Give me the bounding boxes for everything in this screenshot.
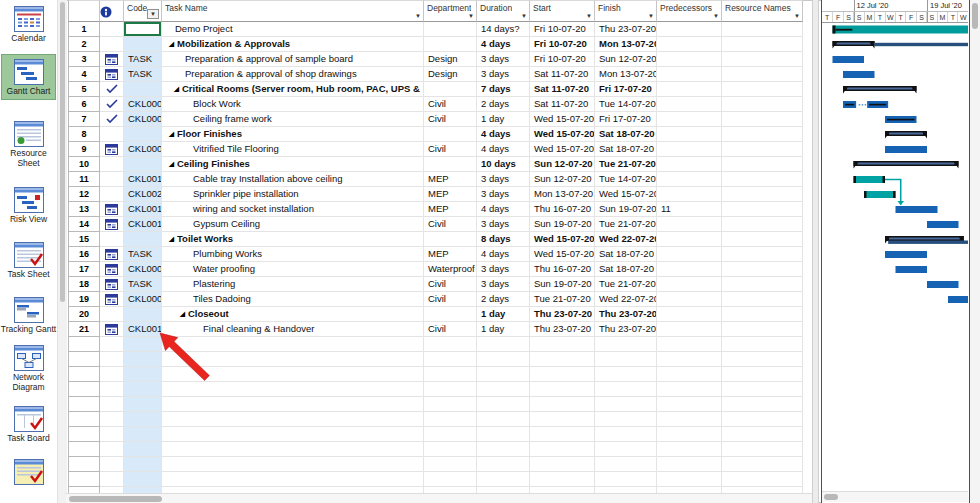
cell-ind[interactable] — [100, 397, 124, 412]
split-task-bar[interactable] — [843, 101, 888, 108]
cell-dur[interactable] — [477, 412, 530, 427]
cell-pred[interactable] — [657, 157, 722, 172]
cell-num[interactable] — [68, 337, 100, 352]
filter-dropdown-icon[interactable]: ▼ — [147, 9, 159, 19]
cell-dept[interactable]: Design — [424, 67, 477, 82]
cell-name[interactable]: Tiles Dadoing — [162, 292, 424, 307]
cell-pred[interactable] — [657, 67, 722, 82]
cell-dur[interactable] — [477, 337, 530, 352]
cell-dept[interactable]: MEP — [424, 202, 477, 217]
cell-res[interactable] — [722, 67, 803, 82]
cell-num[interactable] — [68, 367, 100, 382]
cell-dept[interactable] — [424, 337, 477, 352]
cell-start[interactable] — [530, 472, 595, 487]
cell-res[interactable] — [722, 472, 803, 487]
cell-num[interactable]: 21 — [68, 322, 100, 337]
cell-pred[interactable] — [657, 52, 722, 67]
cell-name[interactable] — [162, 382, 424, 397]
cell-res[interactable] — [722, 277, 803, 292]
cell-pred[interactable]: 11 — [657, 202, 722, 217]
cell-finish[interactable]: Tue 14-07-20 — [595, 97, 657, 112]
cell-start[interactable]: Sat 11-07-20 — [530, 67, 595, 82]
task-bar[interactable] — [885, 146, 927, 153]
cell-finish[interactable] — [595, 367, 657, 382]
cell-name[interactable]: Gypsum Ceiling — [162, 217, 424, 232]
cell-ind[interactable] — [100, 427, 124, 442]
cell-code[interactable] — [124, 157, 162, 172]
column-header-pred[interactable]: Predecessors▼ — [657, 0, 722, 22]
cell-start[interactable]: Tue 21-07-20 — [530, 292, 595, 307]
chart-vscroll-thumb[interactable] — [972, 3, 978, 29]
task-bar[interactable] — [885, 116, 917, 123]
column-header-dur[interactable]: Duration▼ — [477, 0, 530, 22]
cell-code[interactable] — [124, 307, 162, 322]
cell-name[interactable]: Sprinkler pipe installation — [162, 187, 424, 202]
cell-res[interactable] — [722, 142, 803, 157]
sidebar-item-tracking-gantt[interactable]: Tracking Gantt — [0, 297, 57, 334]
column-header-select-all[interactable] — [68, 0, 100, 22]
column-header-res[interactable]: Resource Names▼ — [722, 0, 803, 22]
cell-num[interactable]: 6 — [68, 97, 100, 112]
cell-dept[interactable] — [424, 82, 477, 97]
cell-res[interactable] — [722, 292, 803, 307]
cell-dur[interactable]: 4 days — [477, 127, 530, 142]
cell-num[interactable]: 2 — [68, 37, 100, 52]
cell-ind[interactable] — [100, 52, 124, 67]
teal-task-bar[interactable] — [854, 176, 886, 183]
cell-res[interactable] — [722, 412, 803, 427]
cell-dur[interactable] — [477, 382, 530, 397]
cell-finish[interactable]: Sat 18-07-20 — [595, 127, 657, 142]
cell-code[interactable]: CKL0012 — [124, 172, 162, 187]
filter-dropdown-icon[interactable]: ▼ — [648, 13, 654, 19]
cell-pred[interactable] — [657, 112, 722, 127]
column-header-start[interactable]: Start▼ — [530, 0, 595, 22]
cell-code[interactable]: CKL0007 — [124, 142, 162, 157]
cell-pred[interactable] — [657, 322, 722, 337]
cell-name[interactable]: wiring and socket installation — [162, 202, 424, 217]
sidebar-item-risk-view[interactable]: Risk View — [0, 187, 57, 224]
sidebar-item-task-sheet[interactable]: Task Sheet — [0, 242, 57, 279]
cell-dept[interactable] — [424, 397, 477, 412]
cell-ind[interactable] — [100, 97, 124, 112]
sidebar-scrollbar-thumb[interactable] — [60, 2, 65, 302]
cell-finish[interactable]: Mon 13-07-20 — [595, 37, 657, 52]
task-bar[interactable] — [896, 206, 938, 213]
cell-finish[interactable]: Sun 12-07-20 — [595, 52, 657, 67]
cell-dept[interactable]: Design — [424, 52, 477, 67]
cell-ind[interactable] — [100, 367, 124, 382]
cell-dur[interactable]: 10 days — [477, 157, 530, 172]
cell-code[interactable] — [124, 232, 162, 247]
cell-res[interactable] — [722, 202, 803, 217]
summary-bar[interactable] — [833, 41, 875, 49]
cell-ind[interactable] — [100, 187, 124, 202]
cell-ind[interactable] — [100, 67, 124, 82]
cell-finish[interactable]: Sat 18-07-20 — [595, 262, 657, 277]
cell-ind[interactable] — [100, 157, 124, 172]
cell-pred[interactable] — [657, 217, 722, 232]
cell-finish[interactable]: Wed 22-07-20 — [595, 292, 657, 307]
cell-dept[interactable] — [424, 472, 477, 487]
cell-pred[interactable] — [657, 382, 722, 397]
cell-dur[interactable]: 4 days — [477, 202, 530, 217]
cell-ind[interactable] — [100, 322, 124, 337]
cell-pred[interactable] — [657, 37, 722, 52]
cell-num[interactable]: 12 — [68, 187, 100, 202]
cell-ind[interactable] — [100, 247, 124, 262]
cell-dept[interactable]: Civil — [424, 277, 477, 292]
cell-num[interactable]: 1 — [68, 22, 100, 37]
cell-ind[interactable] — [100, 277, 124, 292]
cell-num[interactable]: 14 — [68, 217, 100, 232]
cell-dept[interactable] — [424, 307, 477, 322]
cell-dept[interactable] — [424, 427, 477, 442]
cell-ind[interactable] — [100, 202, 124, 217]
cell-start[interactable]: Thu 23-07-20 — [530, 307, 595, 322]
cell-ind[interactable] — [100, 262, 124, 277]
cell-res[interactable] — [722, 337, 803, 352]
cell-name[interactable] — [162, 397, 424, 412]
cell-num[interactable] — [68, 427, 100, 442]
cell-num[interactable]: 16 — [68, 247, 100, 262]
cell-name[interactable] — [162, 367, 424, 382]
cell-finish[interactable]: Sat 18-07-20 — [595, 247, 657, 262]
cell-res[interactable] — [722, 352, 803, 367]
cell-pred[interactable] — [657, 337, 722, 352]
